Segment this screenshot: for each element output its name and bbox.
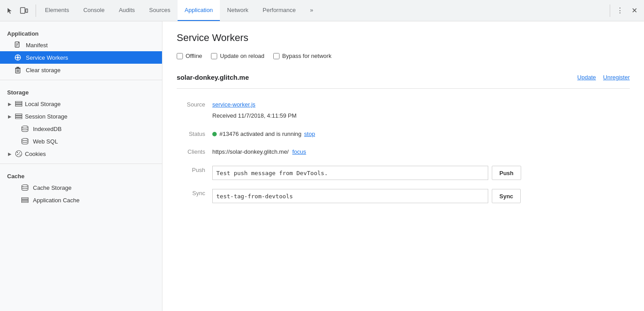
cookies-label: Cookies <box>25 151 46 157</box>
received-value: 11/7/2018, 4:11:59 PM <box>238 112 297 119</box>
stop-link[interactable]: stop <box>304 130 315 139</box>
sidebar-item-service-workers[interactable]: Service Workers <box>0 51 162 64</box>
tab-overflow[interactable]: » <box>303 0 320 21</box>
svg-rect-0 <box>20 8 25 13</box>
update-on-reload-label: Update on reload <box>220 53 264 59</box>
sync-button[interactable]: Sync <box>492 189 521 203</box>
sidebar-item-session-storage[interactable]: ▶ Session Storage <box>0 110 162 123</box>
svg-point-31 <box>20 155 20 156</box>
svg-point-26 <box>22 139 28 141</box>
top-tabs: Elements Console Audits Sources Applicat… <box>38 0 610 21</box>
sidebar-item-local-storage[interactable]: ▶ Local Storage <box>0 98 162 110</box>
update-on-reload-checkbox-label[interactable]: Update on reload <box>211 53 264 59</box>
more-options-button[interactable]: ⋮ <box>614 4 626 17</box>
bypass-for-network-checkbox-label[interactable]: Bypass for network <box>273 53 332 59</box>
session-storage-label: Session Storage <box>25 113 67 120</box>
service-workers-label: Service Workers <box>26 54 68 61</box>
svg-rect-22 <box>16 114 22 115</box>
expand-arrow-local-storage: ▶ <box>7 101 12 106</box>
divider-1 <box>0 80 162 80</box>
toolbar-icons <box>4 4 36 17</box>
update-on-reload-checkbox[interactable] <box>211 53 217 59</box>
sidebar-item-cache-storage[interactable]: Cache Storage <box>0 181 162 194</box>
status-row: #13476 activated and is running stop <box>212 130 630 139</box>
sidebar-item-manifest[interactable]: Manifest <box>0 39 162 51</box>
service-workers-icon <box>14 54 21 61</box>
sw-actions: Update Unregister <box>577 74 630 81</box>
tab-performance[interactable]: Performance <box>255 0 303 21</box>
svg-point-29 <box>19 152 20 153</box>
tab-console[interactable]: Console <box>76 0 112 21</box>
clear-storage-icon <box>14 66 21 74</box>
sidebar-item-web-sql[interactable]: Web SQL <box>0 135 162 147</box>
top-bar-right: ⋮ ✕ <box>610 4 640 17</box>
svg-rect-20 <box>16 103 22 105</box>
sw-details: Source service-worker.js Received 11/7/2… <box>177 96 630 208</box>
svg-point-32 <box>18 153 19 154</box>
indexeddb-icon <box>21 125 28 132</box>
offline-checkbox-label[interactable]: Offline <box>177 53 202 59</box>
offline-checkbox[interactable] <box>177 53 183 59</box>
close-button[interactable]: ✕ <box>628 4 640 17</box>
sw-domain-row: solar-donkey.glitch.me Update Unregister <box>177 70 630 89</box>
update-link[interactable]: Update <box>577 74 596 81</box>
svg-rect-35 <box>22 200 28 201</box>
device-toggle-icon[interactable] <box>18 4 30 17</box>
bypass-for-network-checkbox[interactable] <box>273 53 279 59</box>
svg-point-33 <box>22 185 28 187</box>
received-text: Received 11/7/2018, 4:11:59 PM <box>212 111 630 121</box>
expand-arrow-session-storage: ▶ <box>7 114 12 119</box>
top-bar: Elements Console Audits Sources Applicat… <box>0 0 644 21</box>
svg-rect-36 <box>22 201 28 203</box>
divider-2 <box>0 164 162 164</box>
sidebar-item-application-cache[interactable]: Application Cache <box>0 194 162 206</box>
web-sql-icon <box>21 138 28 145</box>
sidebar-item-indexeddb[interactable]: IndexedDB <box>0 123 162 135</box>
manifest-icon <box>14 41 21 49</box>
sync-label: Sync <box>177 184 212 208</box>
tab-elements[interactable]: Elements <box>38 0 76 21</box>
session-storage-icon <box>15 113 22 120</box>
focus-link[interactable]: focus <box>292 147 306 157</box>
svg-rect-24 <box>16 118 22 119</box>
cache-storage-icon <box>21 184 28 191</box>
svg-point-28 <box>17 152 18 153</box>
clients-row: https://solar-donkey.glitch.me/ focus <box>212 147 630 157</box>
svg-rect-19 <box>16 102 22 103</box>
push-input[interactable] <box>212 166 488 180</box>
push-button[interactable]: Push <box>492 166 521 180</box>
options-row: Offline Update on reload Bypass for netw… <box>177 53 630 59</box>
web-sql-label: Web SQL <box>33 138 58 145</box>
sync-input[interactable] <box>212 189 488 203</box>
sidebar-storage-section: Storage <box>0 84 162 98</box>
sidebar-item-cookies[interactable]: ▶ Cookies <box>0 147 162 160</box>
status-dot <box>212 132 217 136</box>
sync-row: Sync <box>212 189 630 203</box>
status-value: #13476 activated and is running stop <box>212 125 630 143</box>
push-label: Push <box>177 161 212 184</box>
unregister-link[interactable]: Unregister <box>603 74 630 81</box>
cookies-icon <box>15 150 22 157</box>
local-storage-icon <box>15 100 22 107</box>
clear-storage-label: Clear storage <box>26 67 61 74</box>
clients-value: https://solar-donkey.glitch.me/ focus <box>212 143 630 161</box>
sync-value: Sync <box>212 184 630 208</box>
push-value: Push <box>212 161 630 184</box>
expand-arrow-cookies: ▶ <box>7 151 12 156</box>
tab-application[interactable]: Application <box>178 0 220 21</box>
tab-audits[interactable]: Audits <box>112 0 142 21</box>
bypass-for-network-label: Bypass for network <box>282 53 332 59</box>
service-worker-entry: solar-donkey.glitch.me Update Unregister… <box>177 70 630 208</box>
tab-network[interactable]: Network <box>220 0 255 21</box>
source-file-link[interactable]: service-worker.js <box>212 101 255 108</box>
status-text: #13476 activated and is running <box>219 130 301 139</box>
application-cache-icon <box>21 196 28 204</box>
main-layout: Application Manifest <box>0 21 644 311</box>
tab-sources[interactable]: Sources <box>142 0 178 21</box>
cursor-icon[interactable] <box>4 4 16 17</box>
svg-point-25 <box>22 126 28 128</box>
sidebar: Application Manifest <box>0 21 162 311</box>
sidebar-item-clear-storage[interactable]: Clear storage <box>0 64 162 76</box>
source-value: service-worker.js Received 11/7/2018, 4:… <box>212 96 630 125</box>
svg-rect-23 <box>16 116 22 117</box>
